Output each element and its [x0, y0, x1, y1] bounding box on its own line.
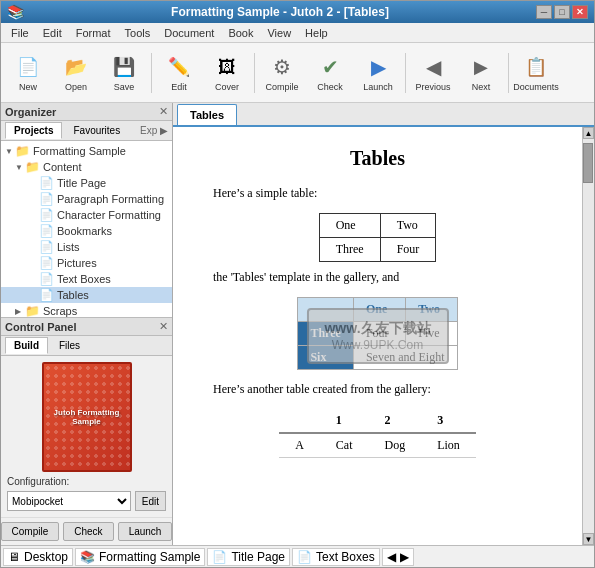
scroll-thumb[interactable]	[583, 143, 593, 183]
config-edit-button[interactable]: Edit	[135, 491, 166, 511]
scroll-down-arrow[interactable]: ▼	[583, 533, 594, 545]
organizer-close-button[interactable]: ✕	[159, 105, 168, 118]
main-area: Organizer ✕ Projects Favourites Exp ▶ ▼ …	[1, 103, 594, 545]
cover-button[interactable]: 🖼 Cover	[204, 46, 250, 100]
table-cell: Four	[380, 238, 436, 262]
cp-title: Control Panel	[5, 321, 77, 333]
document-content[interactable]: Tables Here’s a simple table: One Two Th…	[173, 127, 582, 545]
table-cell: Two	[380, 214, 436, 238]
scroll-right-icon: ▶	[400, 550, 409, 564]
tree-text-boxes[interactable]: 📄 Text Boxes	[1, 271, 172, 287]
open-button[interactable]: 📂 Open	[53, 46, 99, 100]
launch-label: Launch	[363, 82, 393, 92]
tree-pictures-icon: 📄	[39, 256, 54, 270]
toolbar-separator-3	[405, 53, 406, 93]
intro-text: Here’s a simple table:	[213, 186, 542, 201]
tab-projects[interactable]: Projects	[5, 122, 62, 139]
tree-lists[interactable]: 📄 Lists	[1, 239, 172, 255]
tree-scraps-icon: 📁	[25, 304, 40, 317]
window-title: Formatting Sample - Jutoh 2 - [Tables]	[24, 5, 536, 19]
close-button[interactable]: ✕	[572, 5, 588, 19]
app-window: 📚 Formatting Sample - Jutoh 2 - [Tables]…	[0, 0, 595, 568]
tree-expand-arrow: ▼	[5, 147, 13, 156]
styled-table: One Two Three Four Five Six Seven and Ei…	[297, 297, 457, 370]
check-button[interactable]: ✔ Check	[307, 46, 353, 100]
tree-title-page[interactable]: 📄 Title Page	[1, 175, 172, 191]
table-row: One Two	[319, 214, 436, 238]
launch-action-button[interactable]: Launch	[118, 522, 173, 541]
compile-button[interactable]: ⚙ Compile	[259, 46, 305, 100]
menu-edit[interactable]: Edit	[37, 25, 68, 41]
tab-exp[interactable]: Exp ▶	[140, 125, 168, 136]
save-button[interactable]: 💾 Save	[101, 46, 147, 100]
table-cell: Three	[298, 322, 353, 346]
content-tab-tables[interactable]: Tables	[177, 104, 237, 125]
cp-tab-build[interactable]: Build	[5, 337, 48, 354]
tree-pictures[interactable]: 📄 Pictures	[1, 255, 172, 271]
minimize-button[interactable]: ─	[536, 5, 552, 19]
tree-content-folder[interactable]: ▼ 📁 Content	[1, 159, 172, 175]
content-tab-bar: Tables	[173, 103, 594, 127]
tree-scraps-arrow: ▶	[15, 307, 23, 316]
previous-button[interactable]: ◀ Previous	[410, 46, 456, 100]
launch-button[interactable]: ▶ Launch	[355, 46, 401, 100]
tree-tables[interactable]: 📄 Tables	[1, 287, 172, 303]
formatting-sample-label: Formatting Sample	[99, 550, 200, 564]
edit-button[interactable]: ✏️ Edit	[156, 46, 202, 100]
table-cell: Four	[353, 322, 405, 346]
tree-pictures-label: Pictures	[57, 257, 97, 269]
desktop-label: Desktop	[24, 550, 68, 564]
tree-root-item[interactable]: ▼ 📁 Formatting Sample	[1, 143, 172, 159]
window-controls: ─ □ ✕	[536, 5, 588, 19]
tree-scraps[interactable]: ▶ 📁 Scraps	[1, 303, 172, 317]
table-cell: 3	[421, 409, 476, 433]
menu-file[interactable]: File	[5, 25, 35, 41]
toolbar: 📄 New 📂 Open 💾 Save ✏️ Edit 🖼 Cover ⚙ Co…	[1, 43, 594, 103]
table-cell: One	[353, 298, 405, 322]
menu-format[interactable]: Format	[70, 25, 117, 41]
cp-header: Control Panel ✕	[1, 318, 172, 336]
open-icon: 📂	[62, 53, 90, 81]
scroll-track[interactable]	[583, 139, 594, 533]
scroll-left-icon: ◀	[387, 550, 396, 564]
table-cell: Cat	[320, 433, 369, 458]
content-area: Tables Tables Here’s a simple table: One…	[173, 103, 594, 545]
tab-favourites[interactable]: Favourites	[64, 122, 129, 139]
status-item-desktop[interactable]: 🖥 Desktop	[3, 548, 73, 566]
table-cell: A	[279, 433, 320, 458]
check-label: Check	[317, 82, 343, 92]
doc-title: Tables	[213, 147, 542, 170]
status-item-text-boxes[interactable]: 📄 Text Boxes	[292, 548, 380, 566]
menu-help[interactable]: Help	[299, 25, 334, 41]
table-cell: Lion	[421, 433, 476, 458]
table-cell: Three	[319, 238, 380, 262]
status-item-title-page[interactable]: 📄 Title Page	[207, 548, 290, 566]
previous-label: Previous	[415, 82, 450, 92]
cp-close-button[interactable]: ✕	[159, 320, 168, 333]
menu-tools[interactable]: Tools	[119, 25, 157, 41]
next-button[interactable]: ▶ Next	[458, 46, 504, 100]
tree-paragraph-formatting[interactable]: 📄 Paragraph Formatting	[1, 191, 172, 207]
new-button[interactable]: 📄 New	[5, 46, 51, 100]
status-scroll-control[interactable]: ◀ ▶	[382, 548, 414, 566]
compile-icon: ⚙	[268, 53, 296, 81]
menu-view[interactable]: View	[261, 25, 297, 41]
compile-action-button[interactable]: Compile	[1, 522, 59, 541]
tree-content-label: Content	[43, 161, 82, 173]
simple-table: One Two Three Four	[319, 213, 437, 262]
scrollbar: ▲ ▼	[582, 127, 594, 545]
scroll-up-arrow[interactable]: ▲	[583, 127, 594, 139]
configuration-select[interactable]: Mobipocket	[7, 491, 131, 511]
menu-book[interactable]: Book	[222, 25, 259, 41]
maximize-button[interactable]: □	[554, 5, 570, 19]
edit-label: Edit	[171, 82, 187, 92]
tree-bookmarks[interactable]: 📄 Bookmarks	[1, 223, 172, 239]
documents-button[interactable]: 📋 Documents	[513, 46, 559, 100]
menu-document[interactable]: Document	[158, 25, 220, 41]
status-item-formatting-sample[interactable]: 📚 Formatting Sample	[75, 548, 205, 566]
check-action-button[interactable]: Check	[63, 522, 113, 541]
tree-character-formatting[interactable]: 📄 Character Formatting	[1, 207, 172, 223]
cp-tab-files[interactable]: Files	[50, 337, 89, 354]
left-panel: Organizer ✕ Projects Favourites Exp ▶ ▼ …	[1, 103, 173, 545]
compile-label: Compile	[265, 82, 298, 92]
